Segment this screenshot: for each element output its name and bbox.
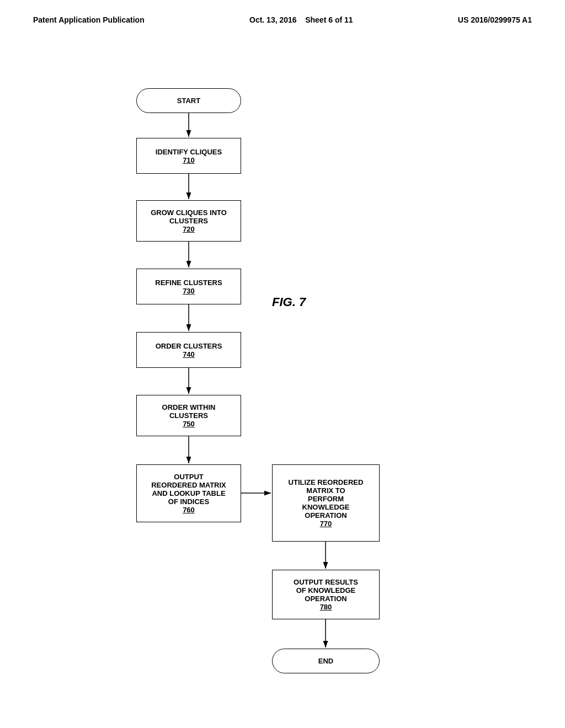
node-740: ORDER CLUSTERS 740	[136, 332, 241, 368]
header-left: Patent Application Publication	[33, 15, 145, 24]
node-720-line1: GROW CLIQUES INTO	[151, 208, 227, 217]
node-760-line3: AND LOOKUP TABLE	[152, 489, 225, 497]
node-770-line5: OPERATION	[305, 511, 347, 520]
end-label: END	[318, 657, 333, 665]
arrows-svg	[0, 44, 565, 728]
header-right: US 2016/0299975 A1	[458, 15, 532, 24]
node-780-line1: OUTPUT RESULTS	[294, 578, 358, 586]
header-sheet: Sheet 6 of 11	[305, 15, 353, 24]
node-780-line2: OF KNOWLEDGE	[296, 586, 356, 595]
fig-label: FIG. 7	[272, 295, 306, 309]
node-760-line2: REORDERED MATRIX	[151, 481, 226, 489]
node-750-line2: CLUSTERS	[169, 411, 208, 420]
node-720: GROW CLIQUES INTO CLUSTERS 720	[136, 200, 241, 242]
node-710-ref: 710	[183, 156, 195, 164]
node-760-line4: OF INDICES	[168, 497, 209, 506]
node-770-line2: MATRIX TO	[306, 486, 345, 495]
header-date: Oct. 13, 2016 Sheet 6 of 11	[249, 15, 353, 24]
node-760: OUTPUT REORDERED MATRIX AND LOOKUP TABLE…	[136, 464, 241, 522]
node-730-ref: 730	[183, 287, 195, 295]
diagram-area: START IDENTIFY CLIQUES 710 GROW CLIQUES …	[0, 44, 565, 728]
node-770: UTILIZE REORDERED MATRIX TO PERFORM KNOW…	[272, 464, 380, 542]
start-node: START	[136, 88, 241, 113]
node-710-line1: IDENTIFY CLIQUES	[156, 148, 222, 156]
node-730-line1: REFINE CLUSTERS	[155, 279, 222, 287]
node-770-line4: KNOWLEDGE	[302, 503, 350, 511]
node-770-line1: UTILIZE REORDERED	[289, 478, 364, 486]
node-750-ref: 750	[183, 420, 195, 428]
node-740-ref: 740	[183, 350, 195, 358]
node-760-ref: 760	[183, 506, 195, 514]
node-770-ref: 770	[320, 520, 332, 528]
node-780: OUTPUT RESULTS OF KNOWLEDGE OPERATION 78…	[272, 570, 380, 619]
node-740-line1: ORDER CLUSTERS	[156, 342, 222, 350]
node-710: IDENTIFY CLIQUES 710	[136, 138, 241, 174]
header-date-text: Oct. 13, 2016	[249, 15, 297, 24]
node-730: REFINE CLUSTERS 730	[136, 269, 241, 304]
start-label: START	[177, 97, 200, 105]
node-750-line1: ORDER WITHIN	[162, 403, 216, 411]
end-node: END	[272, 649, 380, 673]
node-780-ref: 780	[320, 603, 332, 611]
node-760-line1: OUTPUT	[174, 473, 203, 481]
node-720-ref: 720	[183, 225, 195, 233]
node-780-line3: OPERATION	[305, 595, 347, 603]
node-770-line3: PERFORM	[308, 495, 344, 503]
node-750: ORDER WITHIN CLUSTERS 750	[136, 395, 241, 436]
node-720-line2: CLUSTERS	[169, 217, 208, 225]
